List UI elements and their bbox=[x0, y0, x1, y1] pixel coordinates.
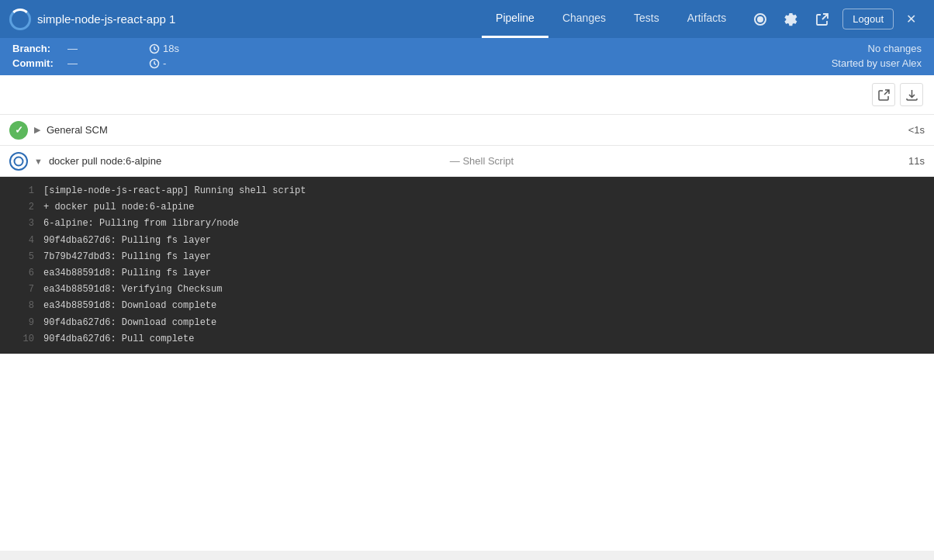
line-number: 9 bbox=[9, 316, 34, 330]
log-output: 1[simple-node-js-react-app] Running shel… bbox=[0, 177, 934, 354]
line-number: 1 bbox=[9, 184, 34, 199]
commit-row: Commit: — - Started by user Alex bbox=[12, 57, 922, 69]
line-number: 8 bbox=[9, 299, 34, 313]
commit-value: — bbox=[67, 57, 78, 69]
line-number: 7 bbox=[9, 282, 34, 297]
top-nav: simple-node-js-react-app 1 Pipeline Chan… bbox=[0, 0, 934, 38]
settings-button[interactable] bbox=[777, 5, 805, 33]
main-content: ✓ ▶ General SCM <1s ▼ docker pull node:6… bbox=[0, 75, 934, 551]
content-toolbar bbox=[0, 75, 934, 114]
nav-tabs: Pipeline Changes Tests Artifacts bbox=[482, 0, 740, 38]
log-line: 2+ docker pull node:6-alpine bbox=[0, 199, 934, 216]
step-docker-pull[interactable]: ▼ docker pull node:6-alpine — Shell Scri… bbox=[0, 146, 934, 177]
line-text: ea34b88591d8: Verifying Checksum bbox=[43, 282, 222, 297]
line-text: ea34b88591d8: Download complete bbox=[43, 299, 216, 313]
step-general-scm[interactable]: ✓ ▶ General SCM <1s bbox=[0, 115, 934, 146]
time-value: - bbox=[163, 57, 166, 69]
no-changes-text: No changes bbox=[868, 43, 922, 54]
app-logo: simple-node-js-react-app 1 bbox=[9, 9, 482, 30]
log-line: 8ea34b88591d8: Download complete bbox=[0, 298, 934, 314]
time-display: - bbox=[149, 57, 166, 69]
chevron-right-icon: ▶ bbox=[34, 125, 40, 135]
nav-icons: Logout ✕ bbox=[746, 5, 925, 33]
log-line: 1090f4dba627d6: Pull complete bbox=[0, 331, 934, 347]
log-line: 990f4dba627d6: Download complete bbox=[0, 315, 934, 331]
tab-artifacts[interactable]: Artifacts bbox=[673, 0, 741, 38]
branch-value: — bbox=[67, 43, 78, 54]
duration-display: 18s bbox=[149, 43, 179, 54]
svg-point-4 bbox=[15, 157, 23, 165]
line-text: 90f4dba627d6: Pull complete bbox=[43, 332, 194, 347]
started-by-text: Started by user Alex bbox=[832, 57, 922, 69]
tab-changes[interactable]: Changes bbox=[548, 0, 620, 38]
download-button[interactable] bbox=[900, 83, 923, 106]
log-line: 57b79b427dbd3: Pulling fs layer bbox=[0, 249, 934, 265]
step-success-icon: ✓ bbox=[9, 121, 28, 140]
line-number: 2 bbox=[9, 200, 34, 215]
duration-value: 18s bbox=[163, 43, 179, 54]
log-line: 490f4dba627d6: Pulling fs layer bbox=[0, 233, 934, 249]
log-line: 7ea34b88591d8: Verifying Checksum bbox=[0, 282, 934, 298]
logo-icon bbox=[9, 9, 31, 30]
line-text: + docker pull node:6-alpine bbox=[43, 200, 194, 215]
pipeline-steps: ✓ ▶ General SCM <1s ▼ docker pull node:6… bbox=[0, 114, 934, 354]
external-link-button[interactable] bbox=[808, 5, 836, 33]
log-line: 6ea34b88591d8: Pulling fs layer bbox=[0, 265, 934, 282]
chevron-down-icon: ▼ bbox=[34, 157, 43, 166]
step-running-icon bbox=[9, 152, 28, 171]
commit-label: Commit: bbox=[12, 57, 55, 69]
line-text: 90f4dba627d6: Pulling fs layer bbox=[43, 233, 211, 248]
log-line: 1[simple-node-js-react-app] Running shel… bbox=[0, 183, 934, 199]
tab-tests[interactable]: Tests bbox=[620, 0, 673, 38]
svg-point-1 bbox=[757, 16, 763, 22]
step-name: General SCM bbox=[47, 124, 908, 136]
record-button[interactable] bbox=[746, 5, 774, 33]
line-number: 5 bbox=[9, 250, 34, 264]
branch-label: Branch: bbox=[12, 43, 55, 54]
line-text: ea34b88591d8: Pulling fs layer bbox=[43, 266, 211, 281]
step-subtitle: — Shell Script bbox=[450, 155, 514, 167]
open-external-button[interactable] bbox=[872, 83, 895, 106]
step-docker-name: docker pull node:6-alpine bbox=[49, 155, 444, 167]
close-button[interactable]: ✕ bbox=[897, 5, 925, 33]
line-text: 7b79b427dbd3: Pulling fs layer bbox=[43, 250, 211, 264]
line-number: 4 bbox=[9, 233, 34, 248]
line-number: 10 bbox=[9, 332, 34, 347]
line-number: 3 bbox=[9, 216, 34, 231]
tab-pipeline[interactable]: Pipeline bbox=[482, 0, 548, 38]
info-bar: Branch: — 18s No changes Commit: — - Sta… bbox=[0, 38, 934, 75]
step-docker-duration: 11s bbox=[908, 155, 925, 167]
log-line: 36-alpine: Pulling from library/node bbox=[0, 216, 934, 232]
line-text: [simple-node-js-react-app] Running shell… bbox=[43, 184, 306, 199]
line-text: 6-alpine: Pulling from library/node bbox=[43, 216, 239, 231]
branch-row: Branch: — 18s No changes bbox=[12, 43, 922, 54]
logout-button[interactable]: Logout bbox=[842, 9, 894, 29]
app-title: simple-node-js-react-app 1 bbox=[37, 12, 175, 26]
line-number: 6 bbox=[9, 266, 34, 281]
line-text: 90f4dba627d6: Download complete bbox=[43, 316, 216, 330]
step-duration: <1s bbox=[908, 124, 925, 136]
